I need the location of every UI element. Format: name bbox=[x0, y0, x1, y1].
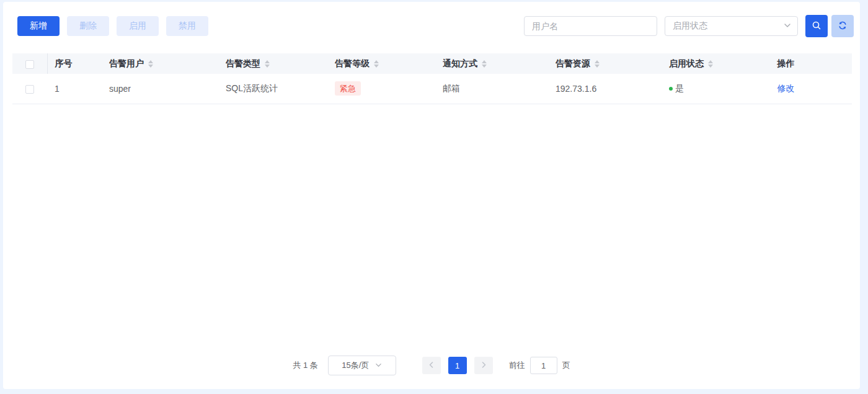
column-header-level[interactable]: 告警等级 bbox=[327, 53, 435, 74]
column-label: 通知方式 bbox=[443, 58, 477, 69]
row-select-cell bbox=[12, 74, 47, 104]
column-header-notify[interactable]: 通知方式 bbox=[435, 53, 548, 74]
column-label: 告警资源 bbox=[556, 58, 590, 69]
status-select-placeholder: 启用状态 bbox=[673, 20, 707, 32]
alert-table: 序号 告警用户 告警类型 告警等级 通 bbox=[12, 53, 852, 104]
select-all-checkbox[interactable] bbox=[25, 60, 34, 69]
row-checkbox[interactable] bbox=[25, 85, 34, 94]
sort-carets-icon bbox=[265, 60, 270, 68]
chevron-down-icon bbox=[784, 21, 791, 31]
refresh-icon bbox=[838, 20, 848, 32]
level-badge: 紧急 bbox=[335, 81, 361, 96]
cell-index: 1 bbox=[47, 74, 102, 104]
page-size-select[interactable]: 15条/页 bbox=[328, 356, 396, 375]
column-header-status[interactable]: 启用状态 bbox=[662, 53, 720, 74]
filter-controls: 启用状态 bbox=[524, 15, 854, 37]
action-buttons: 新增 删除 启用 禁用 bbox=[17, 16, 208, 36]
edit-link[interactable]: 修改 bbox=[777, 83, 795, 93]
status-text: 是 bbox=[675, 83, 684, 94]
sort-carets-icon bbox=[374, 60, 379, 68]
column-label: 操作 bbox=[777, 58, 795, 68]
column-header-type[interactable]: 告警类型 bbox=[218, 53, 327, 74]
delete-button[interactable]: 删除 bbox=[67, 16, 109, 36]
disable-button[interactable]: 禁用 bbox=[166, 16, 208, 36]
add-button[interactable]: 新增 bbox=[17, 16, 60, 36]
chevron-down-icon bbox=[375, 361, 382, 370]
goto-page: 前往 页 bbox=[509, 357, 570, 374]
sort-carets-icon bbox=[708, 60, 713, 68]
pagination: 共 1 条 15条/页 1 前往 页 bbox=[3, 356, 860, 375]
cell-level: 紧急 bbox=[327, 74, 435, 104]
enable-button[interactable]: 启用 bbox=[117, 16, 159, 36]
search-icon bbox=[812, 20, 822, 32]
next-page-button[interactable] bbox=[474, 357, 493, 374]
cell-resource: 192.73.1.6 bbox=[548, 74, 662, 104]
table-header-row: 序号 告警用户 告警类型 告警等级 通 bbox=[12, 53, 852, 74]
content-card: 新增 删除 启用 禁用 启用状态 bbox=[3, 2, 860, 389]
toolbar: 新增 删除 启用 禁用 启用状态 bbox=[17, 15, 854, 37]
column-header-resource[interactable]: 告警资源 bbox=[548, 53, 662, 74]
goto-page-input[interactable] bbox=[530, 357, 557, 374]
column-label: 告警类型 bbox=[226, 58, 260, 69]
status-dot-icon bbox=[669, 87, 673, 91]
column-header-index: 序号 bbox=[47, 53, 102, 74]
column-label: 启用状态 bbox=[669, 58, 704, 69]
goto-label: 前往 bbox=[509, 360, 525, 371]
page-size-label: 15条/页 bbox=[342, 360, 369, 371]
header-select-all-cell bbox=[12, 53, 47, 74]
column-header-user[interactable]: 告警用户 bbox=[102, 53, 218, 74]
column-label: 告警用户 bbox=[109, 58, 144, 69]
chevron-left-icon bbox=[428, 361, 435, 370]
search-button[interactable] bbox=[805, 15, 828, 37]
cell-notify: 邮箱 bbox=[435, 74, 548, 104]
cell-type: SQL活跃统计 bbox=[218, 74, 327, 104]
chevron-right-icon bbox=[480, 361, 487, 370]
total-count-label: 共 1 条 bbox=[293, 360, 317, 371]
sort-carets-icon bbox=[148, 60, 153, 68]
sort-carets-icon bbox=[595, 60, 600, 68]
column-label: 告警等级 bbox=[335, 58, 370, 69]
column-label: 序号 bbox=[55, 58, 73, 69]
prev-page-button[interactable] bbox=[422, 357, 441, 374]
table-row: 1 super SQL活跃统计 紧急 邮箱 192.73.1.6 是 修改 bbox=[12, 74, 852, 104]
page-number-button[interactable]: 1 bbox=[448, 357, 467, 374]
goto-suffix-label: 页 bbox=[562, 360, 570, 371]
refresh-button[interactable] bbox=[831, 15, 854, 37]
column-header-actions: 操作 bbox=[720, 53, 852, 74]
username-input[interactable] bbox=[524, 16, 657, 36]
cell-user: super bbox=[102, 74, 218, 104]
cell-status: 是 bbox=[662, 74, 720, 104]
cell-actions: 修改 bbox=[720, 74, 852, 104]
status-select[interactable]: 启用状态 bbox=[665, 16, 798, 36]
sort-carets-icon bbox=[482, 60, 487, 68]
